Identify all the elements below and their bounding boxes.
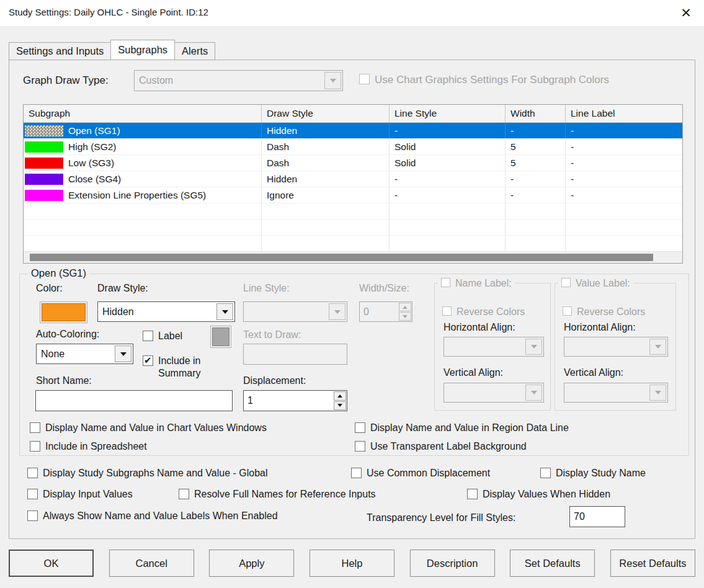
checkbox-label-text: Display Study Subgraphs Name and Value -… — [43, 467, 268, 479]
table-row-low-sg3[interactable]: Low (SG3) Dash Solid 5 - — [24, 155, 682, 171]
table-row-extension-sg5[interactable]: Extension Line Properties (SG5) Ignore -… — [24, 187, 682, 203]
table-row-empty[interactable] — [24, 236, 682, 252]
checkbox-label-text: Always Show Name and Value Labels When E… — [43, 510, 278, 522]
table-row-high-sg2[interactable]: High (SG2) Dash Solid 5 - — [24, 139, 682, 155]
name-label-group: ✔ Name Label: ✔ Reverse Colors Horizonta… — [434, 283, 551, 411]
description-button[interactable]: Description — [410, 550, 495, 577]
title-bar: Study Settings: Daily OHLC - Single Poin… — [0, 0, 704, 26]
study-settings-dialog: Study Settings: Daily OHLC - Single Poin… — [0, 0, 704, 588]
subgraph-color-swatch — [25, 141, 63, 153]
checkbox-use-common-displacement[interactable]: ✔ Use Common Displacement — [351, 467, 490, 479]
checkbox-box: ✔ — [561, 278, 571, 287]
checkbox-box: ✔ — [27, 510, 38, 521]
checkbox-box: ✔ — [563, 306, 572, 316]
chevron-down-icon — [324, 72, 341, 89]
short-name-label: Short Name: — [36, 375, 92, 386]
spin-up-icon[interactable] — [334, 391, 346, 401]
auto-coloring-label: Auto-Coloring: — [36, 329, 99, 340]
table-row-open-sg1[interactable]: Open (SG1) Hidden - - - — [24, 123, 682, 139]
displacement-spinner[interactable]: 1 — [243, 390, 347, 411]
tab-alerts[interactable]: Alerts — [174, 42, 215, 60]
label-color-button[interactable] — [210, 326, 231, 348]
reset-defaults-button[interactable]: Reset Defaults — [610, 550, 695, 577]
apply-button[interactable]: Apply — [209, 550, 294, 577]
cancel-button[interactable]: Cancel — [109, 550, 194, 577]
spin-down-icon[interactable] — [399, 312, 411, 321]
draw-style-label: Draw Style: — [97, 283, 148, 294]
chevron-down-icon — [216, 303, 233, 320]
checkbox-label-text: Display Name and Value in Region Data Li… — [370, 422, 569, 434]
subgraph-color-swatch — [25, 190, 63, 201]
spin-down-icon[interactable] — [334, 401, 346, 411]
checkbox-box: ✔ — [441, 278, 450, 287]
draw-style-combobox[interactable]: Hidden — [97, 301, 235, 322]
graph-draw-type-combobox[interactable]: Custom — [134, 70, 343, 91]
checkbox-display-study-name[interactable]: ✔ Display Study Name — [540, 467, 646, 479]
checkbox-box: ✔ — [27, 489, 38, 499]
displacement-value: 1 — [244, 391, 333, 411]
table-row-close-sg4[interactable]: Close (SG4) Hidden - - - — [24, 171, 682, 187]
scrollbar-thumb[interactable] — [30, 254, 653, 261]
horizontal-align-combobox[interactable] — [564, 337, 668, 357]
checkbox-display-values-when-hidden[interactable]: ✔ Display Values When Hidden — [467, 488, 610, 501]
width-size-spinner[interactable]: 0 — [359, 301, 412, 322]
tab-subgraphs[interactable]: Subgraphs — [110, 40, 175, 60]
checkbox-label-text: Name Label: — [455, 277, 512, 290]
ok-button[interactable]: OK — [9, 550, 94, 577]
checkbox-box: ✔ — [355, 422, 365, 433]
column-header-width: Width — [506, 105, 566, 122]
help-button[interactable]: Help — [310, 550, 394, 577]
column-header-draw-style: Draw Style — [262, 105, 390, 122]
checkbox-reverse-colors[interactable]: ✔ Reverse Colors — [442, 306, 525, 318]
checkbox-resolve-full-names[interactable]: ✔ Resolve Full Names for Reference Input… — [179, 488, 376, 501]
checkbox-value-label[interactable]: ✔ Value Label: — [561, 277, 630, 290]
set-defaults-button[interactable]: Set Defaults — [510, 550, 595, 577]
subgraph-color-button[interactable] — [40, 301, 87, 323]
checkbox-use-transparent-label-background[interactable]: ✔ Use Transparent Label Background — [355, 440, 527, 453]
checkbox-name-label[interactable]: ✔ Name Label: — [441, 277, 512, 290]
horizontal-scrollbar[interactable] — [24, 251, 682, 263]
horizontal-align-label: Horizontal Align: — [564, 322, 636, 333]
chevron-down-icon — [329, 303, 345, 320]
checkbox-display-name-value-chart-windows[interactable]: ✔ Display Name and Value in Chart Values… — [30, 422, 267, 434]
auto-coloring-combobox[interactable]: None — [36, 344, 133, 364]
checkbox-display-input-values[interactable]: ✔ Display Input Values — [27, 488, 133, 501]
checkbox-box: ✔ — [351, 468, 362, 478]
checkbox-use-chart-graphics-settings[interactable]: ✔ Use Chart Graphics Settings For Subgra… — [359, 73, 609, 86]
checkbox-display-study-subgraphs-global[interactable]: ✔ Display Study Subgraphs Name and Value… — [27, 467, 268, 479]
value-label-group: ✔ Value Label: ✔ Reverse Colors Horizont… — [555, 283, 676, 411]
transparency-level-label: Transparency Level for Fill Styles: — [367, 512, 515, 523]
checkbox-include-in-summary[interactable]: ✔ Include in Summary — [143, 355, 220, 380]
displacement-label: Displacement: — [243, 375, 306, 386]
checkbox-box: ✔ — [359, 74, 370, 84]
width-size-label: Width/Size: — [359, 283, 409, 294]
graph-draw-type-value: Custom — [135, 71, 323, 91]
checkbox-include-in-spreadsheet[interactable]: ✔ Include in Spreadsheet — [30, 440, 147, 453]
table-row-empty[interactable] — [24, 203, 682, 220]
text-to-draw-label: Text to Draw: — [243, 329, 301, 341]
subgraphs-tab-panel: Graph Draw Type: Custom ✔ Use Chart Grap… — [9, 60, 695, 539]
line-style-combobox[interactable] — [243, 301, 347, 322]
tab-settings-and-inputs[interactable]: Settings and Inputs — [9, 42, 111, 60]
checkbox-label[interactable]: ✔ Label — [143, 330, 182, 342]
vertical-align-combobox[interactable] — [443, 383, 544, 403]
spin-up-icon[interactable] — [399, 303, 411, 311]
horizontal-align-combobox[interactable] — [443, 337, 544, 357]
checkbox-label-text: Label — [158, 330, 182, 342]
table-row-empty[interactable] — [24, 220, 682, 236]
checkbox-display-name-value-region-data-line[interactable]: ✔ Display Name and Value in Region Data … — [355, 422, 569, 434]
chevron-down-icon — [649, 339, 666, 355]
window-title: Study Settings: Daily OHLC - Single Poin… — [9, 7, 208, 17]
chevron-down-icon — [525, 339, 542, 355]
close-icon[interactable]: ✕ — [677, 4, 695, 22]
color-fill — [42, 303, 86, 321]
checkbox-always-show-name-value-labels[interactable]: ✔ Always Show Name and Value Labels When… — [27, 510, 278, 522]
checkbox-reverse-colors[interactable]: ✔ Reverse Colors — [563, 306, 645, 318]
transparency-level-input[interactable] — [569, 506, 625, 527]
text-to-draw-input[interactable] — [243, 344, 347, 365]
color-fill — [212, 327, 229, 346]
graph-draw-type-label: Graph Draw Type: — [23, 74, 109, 87]
short-name-input[interactable] — [35, 390, 233, 411]
vertical-align-combobox[interactable] — [564, 383, 668, 403]
checkbox-box: ✔ — [30, 422, 40, 433]
